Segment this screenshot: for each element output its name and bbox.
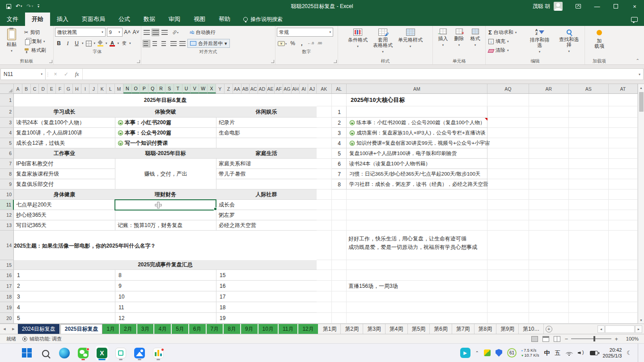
column-header-AK[interactable]: AK bbox=[317, 84, 332, 93]
tray-app-icon[interactable] bbox=[484, 349, 491, 356]
grid-cell[interactable] bbox=[317, 138, 332, 148]
grid-cell[interactable] bbox=[609, 231, 638, 260]
grid-cell[interactable] bbox=[487, 148, 529, 159]
grid-cell[interactable] bbox=[569, 220, 609, 231]
ribbon-display-options-button[interactable] bbox=[569, 0, 588, 13]
grid-cell[interactable] bbox=[317, 106, 332, 118]
row-header-1[interactable]: 1 bbox=[0, 94, 14, 106]
grid-cell[interactable] bbox=[487, 220, 529, 231]
accessibility-status[interactable]: 辅助功能: 调查 bbox=[22, 336, 62, 342]
grid-cell[interactable] bbox=[569, 169, 609, 179]
column-header-AA[interactable]: AA bbox=[233, 84, 242, 93]
core-goal-number-5[interactable]: 5 bbox=[332, 148, 347, 159]
column-header-X[interactable]: X bbox=[208, 84, 216, 93]
core-goal-item-6[interactable]: 读书24本（读复盘100个人物书籍） bbox=[347, 159, 487, 169]
grid-cell[interactable] bbox=[529, 179, 569, 189]
core-goal-item-1[interactable] bbox=[347, 106, 487, 118]
cell-r4c1[interactable]: 复盘100讲，个人品牌100讲 bbox=[14, 128, 115, 138]
excel-app[interactable]: X bbox=[96, 345, 108, 361]
sort-filter-button[interactable]: AZ 排序和筛选▾ bbox=[525, 27, 554, 56]
grid-cell[interactable] bbox=[317, 128, 332, 138]
formula-bar-splitter[interactable]: ⋮ bbox=[46, 72, 50, 77]
column-header-D[interactable]: D bbox=[39, 84, 47, 93]
grid-cell[interactable] bbox=[569, 260, 609, 270]
menu-tab-页面布局[interactable]: 页面布局 bbox=[75, 13, 112, 26]
zoom-percent[interactable]: 100% bbox=[623, 336, 639, 341]
grid-cell[interactable] bbox=[332, 189, 347, 200]
snip-tool-app[interactable] bbox=[114, 345, 127, 361]
addins-button[interactable]: 加 载项 bbox=[589, 27, 610, 50]
sheet-tab-第10…[interactable]: 第10… bbox=[519, 324, 544, 334]
core-goal-number-8[interactable]: 8 bbox=[332, 179, 347, 189]
grid-cell[interactable] bbox=[317, 291, 332, 302]
column-header-I[interactable]: I bbox=[81, 84, 90, 93]
conditional-formatting-button[interactable]: 条件格式▾ bbox=[346, 27, 370, 51]
summary-number-cell[interactable]: 3 bbox=[14, 291, 115, 302]
fill-color-button[interactable] bbox=[97, 40, 104, 47]
grid-cell[interactable] bbox=[487, 200, 529, 210]
grid-cell[interactable] bbox=[569, 159, 609, 169]
grid-cell[interactable] bbox=[569, 179, 609, 189]
sheet-nav-next-icon[interactable]: ► bbox=[9, 324, 18, 334]
row-header-3[interactable]: 3 bbox=[0, 118, 14, 128]
column-header-AI[interactable]: AI bbox=[300, 84, 308, 93]
collapse-ribbon-button[interactable]: ⌃ bbox=[636, 58, 640, 63]
grid-cell[interactable] bbox=[569, 138, 609, 148]
page-layout-view-button[interactable] bbox=[542, 336, 549, 342]
grid-cell[interactable] bbox=[529, 231, 569, 260]
grid-cell[interactable] bbox=[529, 128, 569, 138]
row-header-12[interactable]: 12 bbox=[0, 210, 14, 220]
zoom-out-button[interactable]: − bbox=[565, 336, 568, 342]
sheet-tab-8月[interactable]: 8月 bbox=[224, 324, 241, 334]
menu-tab-文件[interactable]: 文件 bbox=[0, 13, 25, 26]
normal-view-button[interactable] bbox=[531, 336, 538, 342]
grid-cell[interactable] bbox=[529, 302, 569, 313]
column-header-Y[interactable]: Y bbox=[216, 84, 225, 93]
grid-cell[interactable] bbox=[529, 291, 569, 302]
sheet-main-title[interactable]: 2025年目标&复盘 bbox=[14, 94, 317, 106]
grid-cell[interactable] bbox=[529, 169, 569, 179]
column-header-E[interactable]: E bbox=[47, 84, 56, 93]
cell-r12c2[interactable] bbox=[115, 210, 216, 220]
row-header-8[interactable]: 8 bbox=[0, 169, 14, 179]
section-header-休闲娱乐[interactable]: 休闲娱乐 bbox=[216, 106, 317, 118]
grid-cell[interactable] bbox=[609, 118, 638, 128]
focus-assist-icon[interactable]: ☾ bbox=[627, 349, 632, 356]
grid-cell[interactable] bbox=[529, 270, 569, 281]
column-header-W[interactable]: W bbox=[199, 84, 208, 93]
column-header-H[interactable]: H bbox=[73, 84, 81, 93]
grid-cell[interactable] bbox=[332, 260, 347, 270]
column-header-AR[interactable]: AR bbox=[529, 84, 569, 93]
enter-entry-button[interactable]: ✓ bbox=[61, 71, 72, 77]
sheet-tab-第2周[interactable]: 第2周 bbox=[341, 324, 363, 334]
summary-number-cell[interactable]: 11 bbox=[115, 302, 216, 313]
expand-formula-bar-button[interactable]: ▾ bbox=[636, 72, 643, 76]
shrink-font-button[interactable]: A˅ bbox=[132, 29, 140, 36]
scroll-right-icon[interactable]: ► bbox=[635, 325, 642, 333]
core-goal-number-2[interactable]: 2 bbox=[332, 118, 347, 128]
grid-cell[interactable] bbox=[569, 210, 609, 220]
decrease-indent-button[interactable] bbox=[169, 40, 177, 47]
grid-cell[interactable] bbox=[609, 313, 638, 324]
insert-cells-button[interactable]: ← 插入▾ bbox=[436, 27, 451, 49]
security-shield-icon[interactable] bbox=[496, 349, 502, 357]
orientation-button[interactable]: ab▾ bbox=[169, 29, 181, 36]
start-button[interactable] bbox=[21, 345, 33, 361]
grid-cell[interactable] bbox=[332, 220, 347, 231]
summary-header-row[interactable]: 2025完成事件复盘汇总 bbox=[14, 260, 317, 270]
menu-tab-审阅[interactable]: 审阅 bbox=[162, 13, 187, 26]
column-header-F[interactable]: F bbox=[56, 84, 64, 93]
grid-cell[interactable] bbox=[487, 270, 529, 281]
sheet-tab-第3周[interactable]: 第3周 bbox=[363, 324, 386, 334]
grid-cell[interactable] bbox=[332, 200, 347, 210]
borders-button[interactable] bbox=[85, 40, 93, 47]
cell-r9c1[interactable]: 复盘俱乐部交付 bbox=[14, 179, 115, 189]
cell-r7c3[interactable]: 家庭关系和谐 bbox=[216, 159, 317, 169]
column-header-AC[interactable]: AC bbox=[250, 84, 258, 93]
grid-cell[interactable] bbox=[317, 148, 332, 159]
cell-styles-button[interactable]: 单元格样式▾ bbox=[396, 27, 425, 51]
grid-cell[interactable] bbox=[569, 313, 609, 324]
summary-number-cell[interactable]: 9 bbox=[115, 281, 216, 291]
grid-cell[interactable] bbox=[529, 138, 569, 148]
column-header-O[interactable]: O bbox=[132, 84, 140, 93]
